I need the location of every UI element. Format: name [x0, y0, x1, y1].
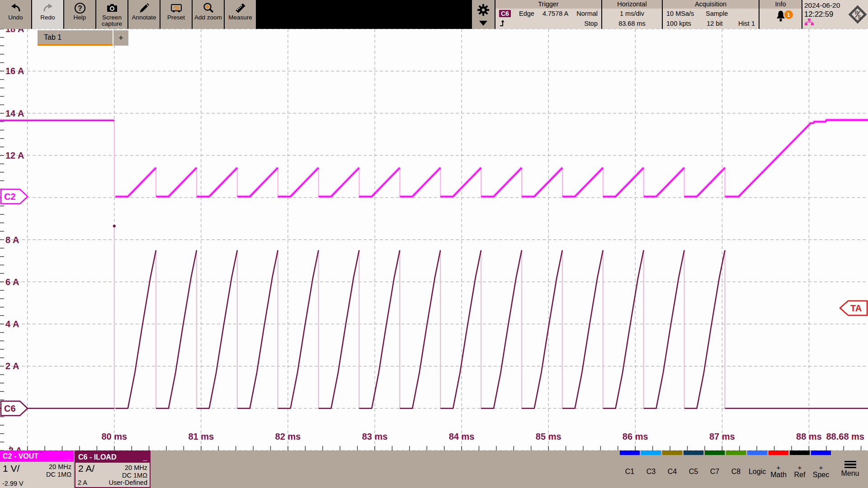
- c6-minimize-button[interactable]: _: [143, 453, 147, 461]
- sample-rate: 10 MSa/s: [666, 10, 694, 17]
- menu-button[interactable]: Menu: [832, 450, 868, 488]
- c7-label: C7: [710, 468, 719, 476]
- screen-capture-label: Screen capture: [97, 14, 127, 27]
- y-tick-label: -2 A: [5, 446, 22, 450]
- drag-handle-dots: [31, 451, 43, 453]
- c2-waveform-glow: [0, 120, 868, 197]
- trigger-panel-title: Trigger: [495, 0, 601, 9]
- channel-c5-button[interactable]: C5: [684, 450, 703, 488]
- c2-bandwidth: 20 MHz: [49, 463, 71, 470]
- y-tick-label: 6 A: [5, 277, 19, 287]
- x-tick-label: 84 ms: [449, 432, 475, 441]
- info-panel[interactable]: Info 1: [760, 0, 802, 29]
- drag-handle-dots: [107, 452, 118, 454]
- c8-label: C8: [731, 468, 741, 476]
- preset-button[interactable]: Preset: [160, 0, 192, 29]
- undo-icon: [10, 2, 22, 14]
- add-spec-button[interactable]: +Spec: [811, 450, 831, 488]
- annotate-label: Annotate: [132, 14, 156, 21]
- c6-fall-edges: [114, 226, 725, 408]
- acquisition-panel[interactable]: Acquisition 10 MSa/s Sample 100 kpts 12 …: [663, 0, 759, 29]
- measure-button[interactable]: Measure: [225, 0, 256, 29]
- c2-waveform-trace: [0, 120, 868, 197]
- plus-icon: +: [819, 465, 823, 471]
- network-icon[interactable]: [804, 18, 814, 28]
- resolution: 12 bit: [707, 20, 722, 27]
- channel-c4-button[interactable]: C4: [662, 450, 682, 488]
- ref-label: Ref: [794, 471, 806, 479]
- toolbar: Undo Redo ? Help Screen capture: [0, 0, 256, 29]
- add-math-button[interactable]: +Math: [769, 450, 788, 488]
- menu-label: Menu: [841, 469, 859, 478]
- x-tick-label: 88.68 ms: [826, 432, 864, 441]
- y-tick-label: 12 A: [5, 150, 24, 160]
- c2-channel-panel[interactable]: C2 - VOUT _ 1 V/ 20 MHz DC 1MΩ -2.99 V: [0, 450, 74, 488]
- top-bar: Undo Redo ? Help Screen capture: [0, 0, 868, 29]
- channel-c8-button[interactable]: C8: [726, 450, 746, 488]
- c6-panel-title: C6 - ILOAD: [78, 453, 116, 461]
- c6-coupling: DC 1MΩ: [122, 472, 147, 479]
- ruler-icon: [235, 2, 246, 14]
- y-tick-label: 8 A: [5, 235, 19, 245]
- preset-label: Preset: [167, 14, 185, 21]
- tab-1[interactable]: Tab 1: [38, 30, 113, 46]
- add-tab-button[interactable]: +: [113, 30, 128, 46]
- svg-text:S: S: [858, 14, 861, 19]
- add-zoom-label: Add zoom: [194, 14, 222, 21]
- undo-button[interactable]: Undo: [0, 0, 31, 29]
- record-length: 100 kpts: [666, 20, 691, 27]
- logic-button[interactable]: Logic: [747, 450, 767, 488]
- c5-label: C5: [689, 468, 698, 476]
- c6-probe-type: User-Defined: [109, 479, 147, 486]
- trigger-panel[interactable]: Trigger C6 Edge 4.7578 A Normal Stop: [495, 0, 601, 29]
- c1-label: C1: [625, 468, 634, 476]
- redo-icon: [42, 2, 54, 14]
- c6-offset: 2 A: [78, 479, 87, 486]
- add-zoom-button[interactable]: Add zoom: [193, 0, 224, 29]
- c2-minimize-button[interactable]: _: [67, 452, 71, 460]
- add-ref-button[interactable]: +Ref: [790, 450, 810, 488]
- spec-label: Spec: [813, 471, 829, 479]
- oscilloscope-app: Undo Redo ? Help Screen capture: [0, 0, 868, 488]
- y-tick-label: 4 A: [5, 319, 19, 329]
- x-tick-label: 82 ms: [275, 432, 301, 441]
- annotate-button[interactable]: Annotate: [128, 0, 160, 29]
- rising-edge-icon: [499, 19, 507, 28]
- c2-coupling: DC 1MΩ: [46, 471, 71, 478]
- x-tick-label: 80 ms: [101, 432, 127, 441]
- x-tick-label: 85 ms: [536, 432, 561, 441]
- clock-block: 2024-06-20 12:22:59 RS: [802, 0, 868, 29]
- c6-channel-panel[interactable]: C6 - ILOAD _ 2 A/ 20 MHz DC 1MΩ 2 A User…: [75, 450, 151, 488]
- c3-label: C3: [646, 468, 656, 476]
- help-button[interactable]: ? Help: [64, 0, 95, 29]
- tab-bar: Tab 1 +: [38, 30, 128, 46]
- channel-c7-button[interactable]: C7: [705, 450, 725, 488]
- channel-c3-button[interactable]: C3: [641, 450, 661, 488]
- y-tick-label: 14 A: [5, 108, 24, 118]
- time-display: 12:22:59: [804, 10, 847, 19]
- c6-waveform-trace: [0, 250, 868, 408]
- zoom-plus-icon: [203, 2, 214, 14]
- x-tick-label: 88 ms: [796, 432, 822, 441]
- waveform-display[interactable]: 18 A16 A14 A12 A10 A8 A6 A4 A2 A-2 A80 m…: [0, 29, 868, 450]
- screen-capture-button[interactable]: Screen capture: [96, 0, 127, 29]
- c2-offset: -2.99 V: [2, 480, 24, 487]
- history-count: Hist 1: [738, 20, 755, 27]
- c2-scale: 1 V/: [3, 463, 19, 474]
- preset-icon: [170, 2, 183, 14]
- chevron-down-icon: [479, 21, 487, 26]
- horizontal-position: 83.68 ms: [618, 20, 646, 27]
- pencil-icon: [138, 2, 150, 14]
- redo-button[interactable]: Redo: [32, 0, 63, 29]
- trigger-mode: Normal: [576, 10, 598, 17]
- c6-spike-peak: [113, 225, 116, 227]
- plus-icon: +: [777, 465, 781, 471]
- horizontal-panel[interactable]: Horizontal 1 ms/div 83.68 ms: [602, 0, 662, 29]
- channel-c1-button[interactable]: C1: [620, 450, 640, 488]
- y-tick-label: 18 A: [5, 29, 24, 34]
- horizontal-scale: 1 ms/div: [620, 10, 644, 17]
- c2-fall-edges: [114, 121, 725, 197]
- c6-scale: 2 A/: [78, 463, 94, 474]
- settings-button[interactable]: [472, 0, 495, 29]
- plus-icon: +: [798, 465, 802, 471]
